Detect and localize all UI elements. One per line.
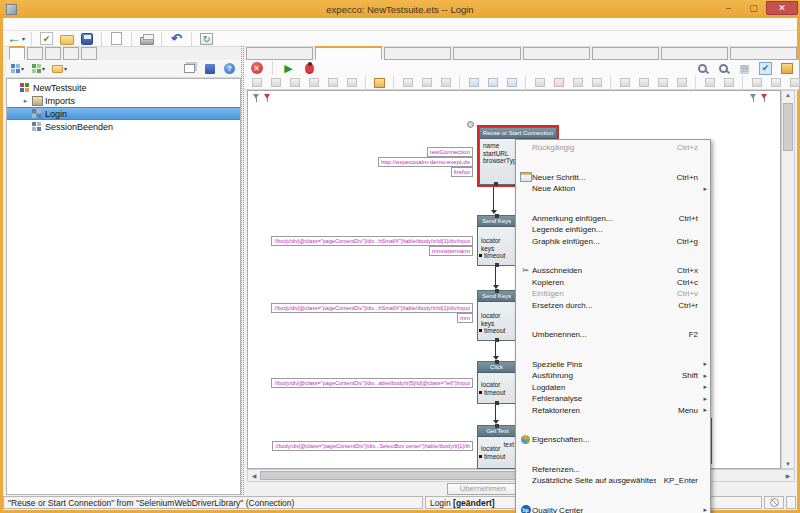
- menubar-item[interactable]: [46, 18, 56, 30]
- tree-item-sessionbeenden[interactable]: SessionBeenden: [7, 120, 240, 133]
- menubar-item[interactable]: [66, 18, 76, 30]
- save-button[interactable]: [78, 31, 95, 46]
- grid-toggle-icon[interactable]: [736, 61, 753, 76]
- editor-tab[interactable]: [246, 47, 313, 60]
- insert-down-tool[interactable]: [437, 75, 454, 90]
- menu-neue-aktion[interactable]: Neue Aktion: [516, 183, 710, 195]
- input-value-label[interactable]: //body/div[@class="pageContentDiv"]/div.…: [271, 236, 473, 246]
- menu-anmerkung-einfuegen[interactable]: Anmerkung einfügen... Ctrl+t: [516, 213, 710, 225]
- input-pin[interactable]: locator: [481, 312, 515, 320]
- menu-ausschneiden[interactable]: Ausschneiden Ctrl+x: [516, 265, 710, 277]
- minimize-tool[interactable]: [343, 75, 360, 90]
- menubar-item[interactable]: [36, 18, 46, 30]
- menu-eigenschaften[interactable]: Eigenschaften...: [516, 434, 710, 446]
- left-tab[interactable]: [81, 47, 97, 60]
- new-window-button[interactable]: [108, 31, 125, 46]
- zoom-in-icon[interactable]: [694, 61, 711, 76]
- pin-lower-tool[interactable]: [588, 75, 605, 90]
- diagram-canvas[interactable]: Reuse or Start Connection namestartURLbr…: [247, 90, 781, 469]
- route-horizontal-tool[interactable]: [701, 75, 718, 90]
- left-tab[interactable]: [27, 47, 43, 60]
- menubar-item[interactable]: [16, 18, 26, 30]
- editor-tab[interactable]: [661, 47, 728, 60]
- step-block-send-keys-1[interactable]: Send Keys locatorkeystimeout: [477, 215, 516, 266]
- menu-quality-center[interactable]: Quality Center: [516, 505, 710, 513]
- menu-fehleranalyse[interactable]: Fehleranalyse: [516, 393, 710, 405]
- back-button[interactable]: [7, 31, 25, 46]
- help-button[interactable]: [221, 61, 238, 76]
- input-pin[interactable]: timeout: [481, 389, 515, 397]
- clone-view-button[interactable]: [181, 61, 198, 76]
- route-style-1-tool[interactable]: [748, 75, 765, 90]
- menu-zusaetzliche-seite[interactable]: Zusätzliche Seite auf ausgewähltes Eleme…: [516, 475, 710, 487]
- route-vertical-tool[interactable]: [720, 75, 737, 90]
- input-pin[interactable]: keys: [481, 320, 515, 328]
- scrollbar-thumb[interactable]: [783, 103, 793, 151]
- route-style-3-tool[interactable]: [786, 75, 800, 90]
- loop-tool[interactable]: [673, 75, 690, 90]
- left-tab[interactable]: [63, 47, 79, 60]
- minimize-button[interactable]: –: [716, 1, 741, 15]
- tree-item-imports[interactable]: Imports: [7, 94, 240, 107]
- bring-forward-tool[interactable]: [286, 75, 303, 90]
- editor-tab[interactable]: [384, 47, 451, 60]
- input-pin[interactable]: locator: [481, 381, 515, 389]
- output-pin[interactable]: text: [504, 441, 514, 448]
- step-into-tool[interactable]: [616, 75, 633, 90]
- folder-view-button[interactable]: [51, 61, 68, 76]
- breakpoint-icon[interactable]: [761, 94, 769, 103]
- menu-einfuegen[interactable]: Einfügen Ctrl+v: [516, 288, 710, 300]
- scroll-right-icon[interactable]: ▶: [782, 472, 794, 479]
- input-value-label[interactable]: testConnection: [427, 147, 473, 157]
- snap-toggle-icon[interactable]: [757, 61, 774, 76]
- menu-referenzen[interactable]: Referenzen...: [516, 464, 710, 476]
- input-pin[interactable]: timeout: [481, 453, 517, 461]
- sync-tool[interactable]: [654, 75, 671, 90]
- input-pin[interactable]: keys: [481, 245, 515, 253]
- menu-rueckgaengig[interactable]: Rückgängig Ctrl+z: [516, 142, 710, 154]
- maximize-tool[interactable]: [324, 75, 341, 90]
- left-tab[interactable]: [45, 47, 61, 60]
- copy-tool[interactable]: [267, 75, 284, 90]
- pin-icon[interactable]: [750, 94, 758, 103]
- tree-item-login[interactable]: Login: [7, 107, 240, 120]
- step-block-click[interactable]: Click locatortimeout: [477, 361, 516, 404]
- apply-button[interactable]: Übernehmen: [447, 483, 519, 495]
- input-value-label[interactable]: mmustermann: [429, 246, 473, 256]
- input-pin[interactable]: locator: [481, 237, 515, 245]
- scroll-left-icon[interactable]: ◀: [248, 472, 260, 479]
- menubar-item[interactable]: [6, 18, 16, 30]
- category-view-button[interactable]: [30, 61, 47, 76]
- pin-raise-tool[interactable]: [569, 75, 586, 90]
- breakpoint-icon[interactable]: [264, 94, 272, 103]
- editor-tab[interactable]: [592, 47, 659, 60]
- input-value-label[interactable]: firefox: [451, 167, 473, 177]
- pin-add-tool[interactable]: [531, 75, 548, 90]
- menubar-item[interactable]: [26, 18, 36, 30]
- input-value-label[interactable]: mm: [457, 313, 473, 323]
- insert-graphic-tool[interactable]: [371, 75, 388, 90]
- menubar-item[interactable]: [76, 18, 86, 30]
- zoom-out-icon[interactable]: [715, 61, 732, 76]
- menu-ersetzen-durch[interactable]: Ersetzen durch... Ctrl+r: [516, 300, 710, 312]
- browse-changes-button[interactable]: [198, 31, 215, 46]
- undo-button[interactable]: [168, 31, 185, 46]
- accept-button[interactable]: [38, 31, 55, 46]
- input-value-label[interactable]: //body/div[@class="pageContentDiv"]/div.…: [271, 303, 473, 313]
- menubar-item[interactable]: [56, 18, 66, 30]
- resize-tool[interactable]: [503, 75, 520, 90]
- editor-tab[interactable]: [315, 46, 382, 60]
- panel-splitter[interactable]: [241, 46, 244, 495]
- pin-icon[interactable]: [253, 94, 261, 103]
- save-tree-button[interactable]: [201, 61, 218, 76]
- paste-tool[interactable]: [248, 75, 265, 90]
- insert-left-tool[interactable]: [399, 75, 416, 90]
- editor-tab[interactable]: [730, 47, 797, 60]
- print-button[interactable]: [138, 31, 155, 46]
- tree-view-button[interactable]: [9, 61, 26, 76]
- expander-icon[interactable]: [22, 97, 29, 105]
- menu-logdaten[interactable]: Logdaten: [516, 382, 710, 394]
- insert-up-tool[interactable]: [418, 75, 435, 90]
- start-connector-dot[interactable]: [467, 121, 474, 128]
- tree-item-newtestsuite[interactable]: NewTestsuite: [7, 81, 240, 94]
